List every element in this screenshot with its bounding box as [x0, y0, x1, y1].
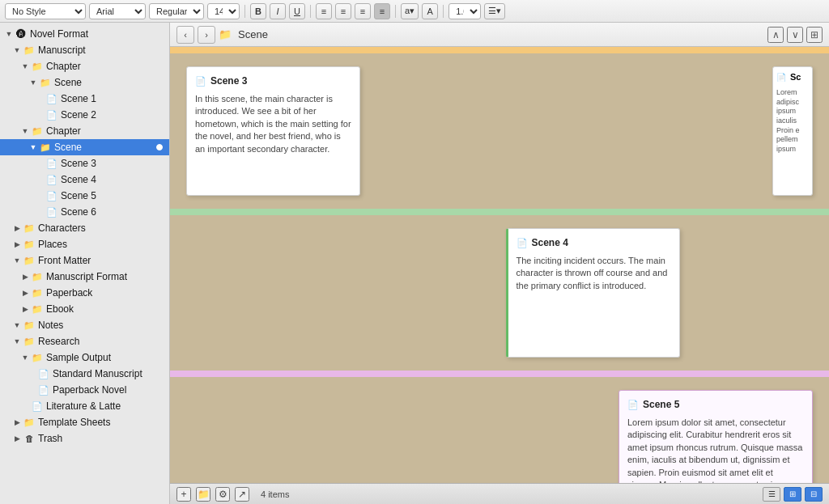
- back-button[interactable]: ‹: [176, 26, 194, 44]
- sidebar-item-manuscript[interactable]: ▼ 📁 Manuscript: [0, 42, 169, 58]
- sidebar: ▼ 🅐 Novel Format ▼ 📁 Manuscript ▼ 📁 Chap…: [0, 23, 170, 504]
- sidebar-item-novel-format[interactable]: ▼ 🅐 Novel Format: [0, 26, 169, 42]
- style-select[interactable]: No Style: [5, 3, 86, 19]
- sidebar-item-literature-latte[interactable]: 📄 Literature & Latte: [0, 398, 169, 414]
- align-justify-button[interactable]: ≡: [374, 3, 390, 19]
- card-scene5-icon: 📄: [627, 400, 639, 410]
- ebook-icon: 📁: [31, 304, 44, 315]
- expand-button[interactable]: ∨: [787, 27, 803, 43]
- split-view-button[interactable]: ⊟: [805, 487, 823, 502]
- front-matter-icon: 📁: [23, 256, 36, 266]
- card-partial-right[interactable]: 📄 Sc Lorem adipisc ipsum iaculis Proin e…: [772, 66, 813, 196]
- sidebar-item-paperback-novel[interactable]: 📄 Paperback Novel: [0, 382, 169, 398]
- underline-button[interactable]: U: [289, 3, 305, 19]
- sidebar-item-notes[interactable]: ▼ 📁 Notes: [0, 317, 169, 333]
- sync-dot: [156, 144, 163, 150]
- card-scene4-body: The inciting incident occurs. The main c…: [517, 255, 671, 292]
- cards-row-2: 📄 Scene 4 The inciting incident occurs. …: [170, 215, 829, 371]
- partial-card-body: Lorem adipisc ipsum iaculis Proin e pell…: [776, 88, 809, 155]
- chapter2-label: Chapter: [46, 125, 163, 137]
- card-scene4[interactable]: 📄 Scene 4 The inciting incident occurs. …: [506, 228, 680, 358]
- sidebar-item-front-matter[interactable]: ▼ 📁 Front Matter: [0, 252, 169, 269]
- literature-latte-icon: 📄: [31, 401, 44, 412]
- divider2: [310, 5, 311, 18]
- sidebar-item-research[interactable]: ▼ 📁 Research: [0, 333, 169, 349]
- align-right-button[interactable]: ≡: [355, 3, 371, 19]
- link-button[interactable]: ↗: [235, 487, 249, 502]
- sidebar-item-sample-output[interactable]: ▼ 📁 Sample Output: [0, 349, 169, 366]
- bold-button[interactable]: B: [250, 3, 266, 19]
- text-color-button[interactable]: A: [422, 3, 438, 19]
- content-toolbar: ‹ › 📁 Scene ∧ ∨ ⊞: [170, 23, 829, 47]
- corkboard-row-1: 📄 Scene 3 In this scene, the main charac…: [170, 47, 829, 209]
- weight-select[interactable]: Regular: [149, 3, 204, 19]
- card-scene5-header: 📄 Scene 5: [627, 399, 804, 410]
- arrow-research: ▼: [11, 337, 23, 345]
- arrow-chapter1: ▼: [19, 62, 31, 70]
- gear-button[interactable]: ⚙: [215, 487, 230, 502]
- sidebar-item-chapter2[interactable]: ▼ 📁 Chapter: [0, 123, 169, 139]
- scene-active-label: Scene: [54, 142, 153, 153]
- card-scene3-title: Scene 3: [210, 75, 247, 87]
- sidebar-item-ebook[interactable]: ▶ 📁 Ebook: [0, 301, 169, 317]
- scene-group1-label: Scene: [54, 77, 163, 88]
- main-toolbar: No Style Arial Regular 14 B I U ≡ ≡ ≡ ≡ …: [0, 0, 829, 23]
- outline-view-button[interactable]: ☰: [763, 487, 780, 502]
- scene2-label: Scene 2: [61, 109, 163, 121]
- scene5-icon: 📄: [45, 191, 58, 201]
- item-count: 4 items: [261, 489, 289, 499]
- template-sheets-icon: 📁: [23, 417, 36, 428]
- align-center-button[interactable]: ≡: [335, 3, 351, 19]
- sidebar-item-scene6[interactable]: 📄 Scene 6: [0, 204, 169, 220]
- forward-button[interactable]: ›: [198, 26, 215, 44]
- font-select[interactable]: Arial: [89, 3, 146, 19]
- sidebar-item-scene-group1[interactable]: ▼ 📁 Scene: [0, 74, 169, 91]
- scene-group1-icon: 📁: [39, 78, 52, 88]
- list-button[interactable]: ☰▾: [484, 3, 505, 19]
- size-select[interactable]: 14: [207, 3, 240, 19]
- italic-button[interactable]: I: [270, 3, 286, 19]
- divider4: [443, 5, 444, 18]
- view-options-button[interactable]: ⊞: [806, 27, 823, 43]
- sidebar-item-chapter1[interactable]: ▼ 📁 Chapter: [0, 58, 169, 74]
- characters-icon: 📁: [23, 223, 36, 234]
- sidebar-item-scene3[interactable]: 📄 Scene 3: [0, 155, 169, 172]
- manuscript-label: Manuscript: [38, 44, 163, 56]
- sidebar-item-template-sheets[interactable]: ▶ 📁 Template Sheets: [0, 414, 169, 430]
- card-scene3[interactable]: 📄 Scene 3 In this scene, the main charac…: [186, 66, 360, 196]
- paperback-novel-icon: 📄: [37, 385, 50, 396]
- sidebar-item-scene2[interactable]: 📄 Scene 2: [0, 107, 169, 123]
- sidebar-item-places[interactable]: ▶ 📁 Places: [0, 236, 169, 252]
- line-spacing-select[interactable]: 1.0: [449, 3, 481, 19]
- add-folder-button[interactable]: 📁: [196, 487, 210, 502]
- trash-icon: 🗑: [23, 434, 36, 443]
- corkboard-view-button[interactable]: ⊞: [784, 487, 801, 502]
- add-item-button[interactable]: +: [176, 487, 191, 502]
- research-label: Research: [38, 336, 163, 347]
- sidebar-item-manuscript-format[interactable]: ▶ 📁 Manuscript Format: [0, 269, 169, 285]
- corkboard-row-2: 📄 Scene 4 The inciting incident occurs. …: [170, 209, 829, 371]
- arrow-places: ▶: [11, 240, 23, 248]
- corkboard-row-3: 📄 Scene 5 Lorem ipsum dolor sit amet, co…: [170, 371, 829, 483]
- sidebar-item-paperback[interactable]: ▶ 📁 Paperback: [0, 285, 169, 301]
- sidebar-item-scene1[interactable]: 📄 Scene 1: [0, 91, 169, 107]
- sidebar-item-scene4[interactable]: 📄 Scene 4: [0, 172, 169, 188]
- sidebar-item-trash[interactable]: ▶ 🗑 Trash: [0, 430, 169, 447]
- sidebar-item-scene-active[interactable]: ▼ 📁 Scene: [0, 139, 169, 155]
- arrow-notes: ▼: [11, 321, 23, 329]
- scene5-label: Scene 5: [61, 190, 163, 201]
- collapse-button[interactable]: ∧: [767, 27, 784, 43]
- scene1-label: Scene 1: [61, 93, 163, 104]
- sidebar-item-characters[interactable]: ▶ 📁 Characters: [0, 220, 169, 236]
- card-scene5[interactable]: 📄 Scene 5 Lorem ipsum dolor sit amet, co…: [619, 390, 813, 483]
- align-left-button[interactable]: ≡: [316, 3, 332, 19]
- partial-card-title: Sc: [790, 72, 801, 82]
- sidebar-item-standard-manuscript[interactable]: 📄 Standard Manuscript: [0, 366, 169, 382]
- chapter1-label: Chapter: [46, 61, 163, 72]
- std-manuscript-label: Standard Manuscript: [53, 368, 163, 379]
- partial-card-header: 📄 Sc: [776, 72, 809, 82]
- arrow-trash: ▶: [11, 434, 23, 443]
- highlight-button[interactable]: a▾: [401, 3, 419, 19]
- sidebar-item-scene5[interactable]: 📄 Scene 5: [0, 188, 169, 204]
- arrow-front-matter: ▼: [11, 256, 23, 265]
